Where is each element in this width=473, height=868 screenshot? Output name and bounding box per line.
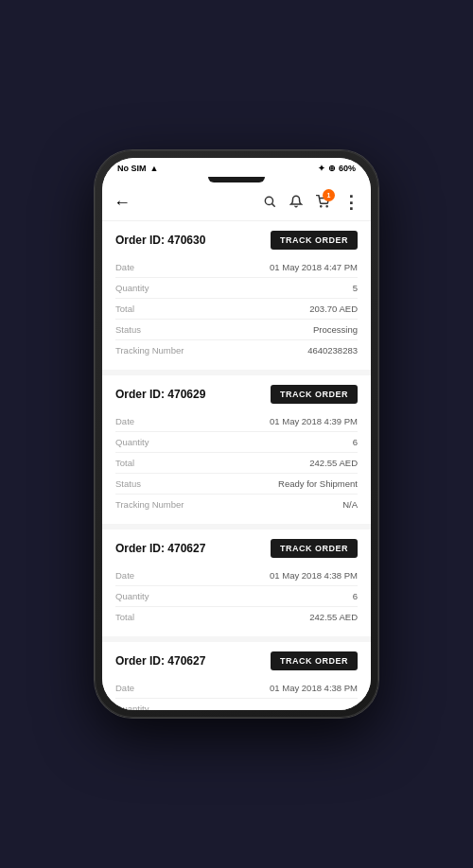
row-label: Total [115,304,201,314]
row-label: Status [115,478,201,489]
svg-point-2 [321,205,322,206]
order-card: Order ID: 470629TRACK ORDERDate01 May 20… [102,375,371,529]
track-order-button[interactable]: TRACK ORDER [271,539,358,558]
row-label: Date [115,262,201,272]
more-icon[interactable]: ⋮ [342,192,359,213]
battery-label: 60% [339,164,356,173]
svg-point-3 [326,205,327,206]
row-value: 4640238283 [307,345,358,356]
row-label: Quantity [115,437,201,447]
status-bar: No SIM ▲ ✦ ⊕ 60% [102,158,371,177]
notch [208,177,265,182]
row-label: Quantity [115,591,201,601]
phone-screen: No SIM ▲ ✦ ⊕ 60% ← [102,158,371,710]
row-value: 203.70 AED [309,304,358,314]
order-details-rows: Date01 May 2018 4:47 PMQuantity5Total203… [115,257,358,360]
carrier-label: No SIM [117,164,147,173]
row-label: Date [115,683,201,693]
track-order-button[interactable]: TRACK ORDER [271,385,358,404]
search-icon[interactable] [263,195,276,211]
phone-frame: No SIM ▲ ✦ ⊕ 60% ← [95,150,378,718]
row-label: Status [115,324,201,335]
table-row: StatusReady for Shipment [115,474,358,495]
cart-icon[interactable]: 1 [316,195,329,211]
row-value: 6 [353,703,358,710]
row-value: 01 May 2018 4:38 PM [270,570,358,581]
row-value: 6 [353,437,358,447]
table-row: Quantity6 [115,699,358,710]
table-row: Date01 May 2018 4:38 PM [115,678,358,699]
bt-icon: ✦ [318,164,325,173]
row-value: N/A [342,499,358,510]
order-details-rows: Date01 May 2018 4:38 PMQuantity6Total242… [115,678,358,710]
signal-icon: ⊕ [328,164,336,173]
table-row: Total242.55 AED [115,607,358,627]
order-card: Order ID: 470630TRACK ORDERDate01 May 20… [102,221,371,375]
row-label: Date [115,416,201,426]
order-details-rows: Date01 May 2018 4:38 PMQuantity6Total242… [115,565,358,627]
row-value: 6 [353,591,358,601]
row-label: Tracking Number [115,345,201,356]
row-value: 242.55 AED [309,458,358,468]
table-row: Quantity6 [115,432,358,453]
row-value: 01 May 2018 4:38 PM [270,683,358,693]
wifi-icon: ▲ [150,164,159,173]
track-order-button[interactable]: TRACK ORDER [271,231,358,250]
svg-line-1 [272,203,275,206]
order-id-label: Order ID: 470629 [115,388,205,401]
table-row: Total242.55 AED [115,453,358,474]
cart-badge: 1 [323,189,335,201]
row-label: Quantity [115,703,201,710]
orders-list: Order ID: 470630TRACK ORDERDate01 May 20… [102,221,371,710]
table-row: Date01 May 2018 4:47 PM [115,257,358,278]
status-left: No SIM ▲ [117,164,158,173]
row-value: 01 May 2018 4:39 PM [270,416,358,426]
table-row: Tracking NumberN/A [115,495,358,514]
table-row: Quantity6 [115,586,358,607]
back-button[interactable]: ← [114,193,131,213]
track-order-button[interactable]: TRACK ORDER [271,651,358,670]
notification-icon[interactable] [289,195,303,211]
nav-header: ← 1 [102,184,371,221]
row-value: 242.55 AED [309,612,358,622]
notch-area [102,177,371,184]
table-row: Tracking Number4640238283 [115,340,358,360]
row-label: Date [115,570,201,581]
order-details-rows: Date01 May 2018 4:39 PMQuantity6Total242… [115,411,358,514]
table-row: Date01 May 2018 4:38 PM [115,565,358,586]
row-value: Processing [313,324,358,335]
status-right: ✦ ⊕ 60% [318,164,356,173]
order-id-label: Order ID: 470627 [115,654,205,668]
order-card: Order ID: 470627TRACK ORDERDate01 May 20… [102,529,371,642]
order-id-label: Order ID: 470630 [115,234,205,247]
order-card: Order ID: 470627TRACK ORDERDate01 May 20… [102,642,371,710]
row-value: 01 May 2018 4:47 PM [270,262,358,272]
row-label: Tracking Number [115,499,201,510]
table-row: StatusProcessing [115,320,358,340]
row-value: Ready for Shipment [278,478,358,489]
order-id-label: Order ID: 470627 [115,542,205,555]
row-label: Total [115,612,201,622]
table-row: Total203.70 AED [115,299,358,320]
row-value: 5 [353,283,358,293]
row-label: Total [115,458,201,468]
table-row: Quantity5 [115,278,358,299]
nav-icons: 1 ⋮ [263,192,359,213]
row-label: Quantity [115,283,201,293]
table-row: Date01 May 2018 4:39 PM [115,411,358,432]
